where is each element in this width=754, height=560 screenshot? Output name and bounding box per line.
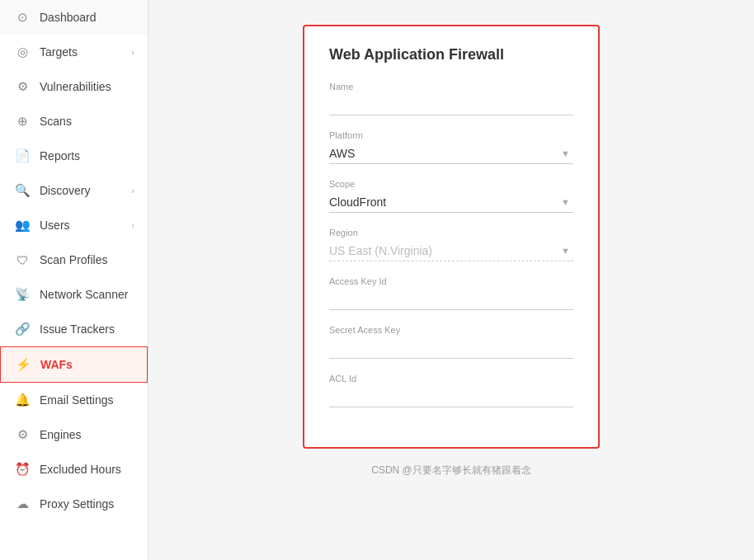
region-field: Region US East (N.Virginia) US West EU W… [329, 228, 573, 261]
access-key-input[interactable] [329, 289, 573, 310]
dashboard-icon: ⊙ [13, 8, 31, 26]
sidebar-item-label-users: Users [40, 219, 70, 232]
wafs-icon: ⚡ [14, 355, 32, 374]
sidebar-item-scans[interactable]: ⊕Scans [0, 104, 148, 139]
name-input[interactable] [329, 95, 573, 115]
reports-icon: 📄 [13, 147, 31, 165]
waf-form-title: Web Application Firewall [329, 46, 573, 64]
secret-key-label: Secret Acess Key [329, 325, 573, 335]
sidebar-item-vulnerabilities[interactable]: ⚙Vulnerabilities [0, 69, 148, 104]
sidebar-item-label-issue-trackers: Issue Trackers [40, 322, 115, 336]
access-key-label: Access Key Id [329, 276, 573, 286]
sidebar: ⊙Dashboard◎Targets›⚙Vulnerabilities⊕Scan… [0, 0, 148, 560]
sidebar-item-label-wafs: WAFs [40, 358, 73, 371]
excluded-hours-icon: ⏰ [13, 460, 31, 478]
sidebar-item-email-settings[interactable]: 🔔Email Settings [0, 383, 148, 417]
sidebar-item-label-vulnerabilities: Vulnerabilities [40, 80, 111, 93]
sidebar-item-dashboard[interactable]: ⊙Dashboard [0, 0, 148, 35]
scope-select[interactable]: CloudFront Regional [329, 192, 573, 212]
secret-key-input[interactable] [329, 338, 573, 359]
sidebar-item-excluded-hours[interactable]: ⏰Excluded Hours [0, 452, 148, 487]
sidebar-item-targets[interactable]: ◎Targets› [0, 35, 148, 69]
main-content: Web Application Firewall Name Platform A… [148, 0, 754, 560]
issue-trackers-icon: 🔗 [13, 320, 31, 338]
users-chevron-icon: › [131, 220, 134, 230]
platform-select-wrapper: AWS Azure GCP ▼ [329, 144, 573, 164]
platform-label: Platform [329, 130, 573, 140]
sidebar-item-wafs[interactable]: ⚡WAFs [0, 346, 148, 383]
scope-field: Scope CloudFront Regional ▼ [329, 179, 573, 213]
sidebar-item-label-discovery: Discovery [40, 184, 90, 197]
targets-chevron-icon: › [131, 47, 134, 57]
sidebar-item-label-email-settings: Email Settings [40, 393, 113, 407]
sidebar-item-label-proxy-settings: Proxy Settings [40, 497, 114, 511]
sidebar-item-label-engines: Engines [40, 428, 82, 441]
access-key-field: Access Key Id [329, 276, 573, 310]
scan-profiles-icon: 🛡 [13, 251, 31, 269]
discovery-chevron-icon: › [131, 186, 134, 195]
vulnerabilities-icon: ⚙ [13, 78, 31, 96]
network-scanner-icon: 📡 [13, 285, 31, 304]
sidebar-item-label-scan-profiles: Scan Profiles [40, 253, 107, 266]
sidebar-item-reports[interactable]: 📄Reports [0, 139, 148, 173]
scans-icon: ⊕ [13, 112, 31, 130]
region-select[interactable]: US East (N.Virginia) US West EU West [329, 241, 573, 261]
acl-id-field: ACL Id [329, 374, 573, 407]
waf-form-card: Web Application Firewall Name Platform A… [303, 25, 600, 449]
acl-id-input[interactable] [329, 387, 573, 407]
region-select-wrapper: US East (N.Virginia) US West EU West ▼ [329, 241, 573, 261]
sidebar-item-label-reports: Reports [40, 149, 80, 162]
users-icon: 👥 [13, 216, 31, 234]
region-label: Region [329, 228, 573, 238]
engines-icon: ⚙ [13, 426, 31, 444]
sidebar-item-users[interactable]: 👥Users› [0, 208, 148, 242]
secret-key-field: Secret Acess Key [329, 325, 573, 359]
scope-label: Scope [329, 179, 573, 189]
acl-id-label: ACL Id [329, 374, 573, 384]
sidebar-item-proxy-settings[interactable]: ☁Proxy Settings [0, 487, 148, 521]
platform-field: Platform AWS Azure GCP ▼ [329, 130, 573, 164]
sidebar-item-label-targets: Targets [40, 45, 78, 59]
name-field: Name [329, 82, 573, 115]
name-label: Name [329, 82, 573, 92]
email-settings-icon: 🔔 [13, 391, 31, 409]
sidebar-item-label-dashboard: Dashboard [40, 11, 97, 24]
sidebar-item-scan-profiles[interactable]: 🛡Scan Profiles [0, 242, 148, 277]
sidebar-item-issue-trackers[interactable]: 🔗Issue Trackers [0, 312, 148, 346]
sidebar-item-discovery[interactable]: 🔍Discovery› [0, 173, 148, 208]
platform-select[interactable]: AWS Azure GCP [329, 144, 573, 163]
sidebar-item-label-scans: Scans [40, 115, 72, 128]
sidebar-item-label-network-scanner: Network Scanner [40, 288, 128, 301]
watermark-text: CSDN @只要名字够长就有猪跟着念 [371, 464, 531, 478]
targets-icon: ◎ [13, 43, 31, 61]
discovery-icon: 🔍 [13, 181, 31, 200]
sidebar-item-label-excluded-hours: Excluded Hours [40, 463, 121, 476]
proxy-settings-icon: ☁ [13, 495, 31, 513]
sidebar-item-engines[interactable]: ⚙Engines [0, 417, 148, 452]
sidebar-item-network-scanner[interactable]: 📡Network Scanner [0, 277, 148, 312]
scope-select-wrapper: CloudFront Regional ▼ [329, 192, 573, 213]
